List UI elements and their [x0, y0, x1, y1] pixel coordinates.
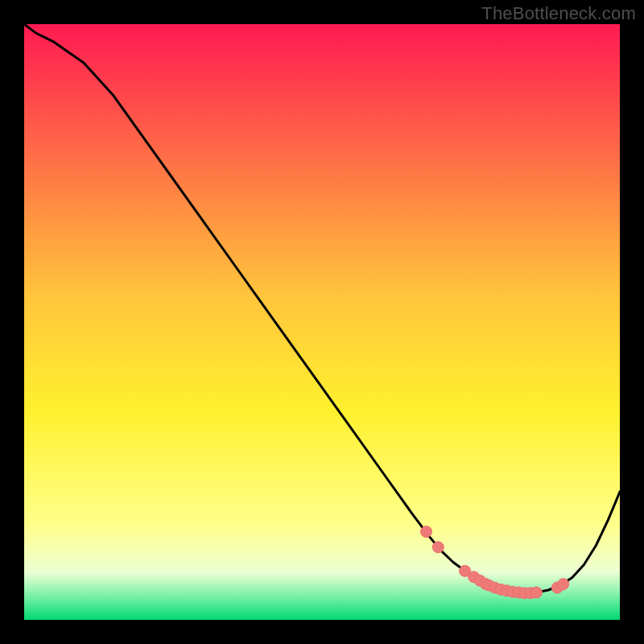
highlight-marker — [530, 587, 542, 598]
highlight-marker — [558, 579, 569, 590]
watermark-text: TheBottleneck.com — [481, 3, 636, 24]
highlight-marker — [432, 542, 444, 553]
chart-svg — [0, 0, 644, 644]
chart-frame: TheBottleneck.com — [0, 0, 644, 644]
plot-background — [24, 24, 620, 620]
highlight-marker — [421, 526, 432, 537]
